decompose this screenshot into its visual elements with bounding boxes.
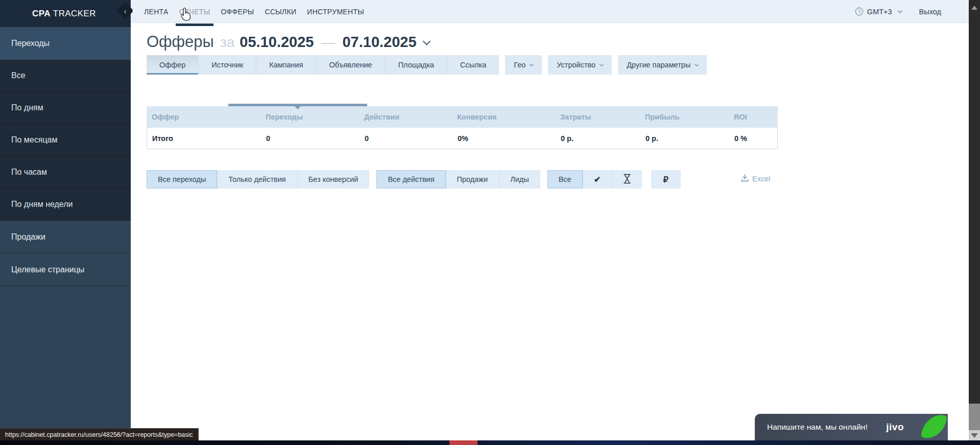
totals-roi: 0 %	[729, 134, 778, 143]
tab-link[interactable]: Ссылка	[447, 55, 499, 75]
excel-export-link[interactable]: Excel	[741, 174, 770, 183]
chat-widget[interactable]: Напишите нам, мы онлайн! jivo	[755, 414, 948, 440]
leaf-icon	[921, 412, 947, 441]
nav-item-links[interactable]: ССЫЛКИ	[265, 0, 296, 23]
sidebar-submenu: Все По дням По месяцам По часам По дням …	[0, 60, 131, 221]
totals-profit: 0 р.	[640, 134, 729, 143]
chevron-down-icon	[530, 62, 534, 66]
status-filter-group: Все ✔	[547, 170, 642, 189]
filter-pending-button[interactable]	[612, 170, 642, 189]
jivo-logo: jivo	[886, 421, 904, 433]
other-params-dropdown[interactable]: Другие параметры	[618, 55, 707, 75]
filter-approved-button[interactable]: ✔	[583, 170, 612, 189]
scroll-down-arrow-icon[interactable]	[969, 430, 980, 440]
sidebar-collapse-button[interactable]: ‹	[116, 2, 134, 19]
scrollbar-thumb[interactable]	[969, 404, 980, 430]
timezone-selector[interactable]: GMT+3	[867, 8, 892, 16]
dimension-tabs: Оффер Источник Кампания Объявление Площа…	[147, 55, 707, 75]
app-logo: CPA TRACKER	[0, 0, 131, 27]
tab-placement[interactable]: Площадка	[386, 55, 447, 75]
clock-icon	[855, 7, 864, 16]
app-window: CPA TRACKER ‹ Переходы Все По дням По ме…	[0, 0, 980, 445]
chat-message: Напишите нам, мы онлайн!	[767, 423, 868, 432]
table-totals-row: Итого 0 0 0% 0 р. 0 р. 0 %	[147, 128, 778, 149]
column-header-roi[interactable]: ROI	[729, 113, 778, 121]
tab-campaign[interactable]: Кампания	[256, 55, 316, 75]
report-title-row: Офферы за 05.10.2025 — 07.10.2025	[147, 33, 429, 51]
sidebar-item-label: Переходы	[11, 39, 50, 48]
filter-payout-button[interactable]: ₽	[651, 170, 681, 189]
logo-rest: TRACKER	[53, 9, 96, 19]
main-nav: ЛЕНТА ОТЧЕТЫ ОФФЕРЫ ССЫЛКИ ИНСТРУМЕНТЫ	[131, 0, 969, 23]
filter-all-actions[interactable]: Все действия	[376, 170, 445, 189]
other-params-dropdown-label: Другие параметры	[627, 61, 690, 69]
totals-transitions: 0	[261, 134, 360, 143]
totals-label: Итого	[147, 134, 261, 143]
filter-no-conversions[interactable]: Без конверсий	[297, 170, 370, 189]
date-to[interactable]: 07.10.2025	[342, 34, 416, 51]
tab-ad[interactable]: Объявление	[317, 55, 386, 75]
geo-dropdown[interactable]: Гео	[505, 55, 542, 75]
date-range-chevron-icon[interactable]	[422, 37, 431, 45]
column-header-costs[interactable]: Затраты	[555, 113, 640, 121]
status-url: https://cabinet.cpatracker.ru/users/4825…	[5, 431, 193, 438]
sort-indicator[interactable]	[228, 104, 367, 106]
tab-offer[interactable]: Оффер	[147, 55, 199, 75]
logout-link[interactable]: Выход	[919, 8, 941, 16]
device-dropdown-label: Устройство	[557, 61, 595, 69]
report-table: Оффер Переходы Действия Конверсия Затрат…	[147, 106, 778, 149]
date-from[interactable]: 05.10.2025	[240, 34, 314, 51]
sidebar-item-by-days[interactable]: По дням	[0, 92, 131, 124]
transitions-filter-group: Все переходы Только действия Без конверс…	[147, 170, 369, 189]
sidebar-item-sales[interactable]: Продажи	[0, 221, 131, 253]
filter-status-all[interactable]: Все	[547, 170, 583, 189]
filter-all-transitions[interactable]: Все переходы	[147, 170, 217, 189]
date-preposition: за	[220, 34, 234, 51]
sidebar-item-label: Целевые страницы	[11, 265, 84, 274]
actions-filter-group: Все действия Продажи Лиды	[376, 170, 540, 189]
ruble-icon: ₽	[663, 175, 668, 184]
header-right: GMT+3 Выход	[855, 0, 941, 23]
vertical-scrollbar[interactable]	[969, 0, 980, 445]
column-header-profit[interactable]: Прибыль	[640, 113, 729, 121]
column-header-transitions[interactable]: Переходы	[260, 113, 359, 121]
filter-leads[interactable]: Лиды	[499, 170, 540, 189]
sidebar-item-label: По часам	[11, 168, 47, 177]
scroll-up-arrow-icon[interactable]	[971, 3, 977, 10]
totals-actions: 0	[360, 134, 452, 143]
sidebar-item-label: По дням недели	[11, 200, 73, 209]
filter-bar: Все переходы Только действия Без конверс…	[147, 170, 681, 189]
hourglass-icon	[623, 174, 631, 185]
geo-dropdown-label: Гео	[514, 61, 525, 69]
column-header-offer[interactable]: Оффер	[147, 113, 260, 121]
sidebar-item-by-hours[interactable]: По часам	[0, 156, 131, 189]
top-header: ЛЕНТА ОТЧЕТЫ ОФФЕРЫ ССЫЛКИ ИНСТРУМЕНТЫ G…	[131, 0, 969, 23]
link-preview-statusbar: https://cabinet.cpatracker.ru/users/4825…	[0, 428, 199, 440]
logo-bold: CPA	[32, 9, 51, 19]
sidebar-item-label: По дням	[11, 103, 43, 112]
sidebar: CPA TRACKER ‹ Переходы Все По дням По ме…	[0, 0, 131, 445]
page-title: Офферы	[147, 33, 214, 51]
sidebar-item-transitions[interactable]: Переходы	[0, 27, 131, 60]
sidebar-item-landing-pages[interactable]: Целевые страницы	[0, 253, 131, 286]
column-header-conversion[interactable]: Конверсия	[452, 113, 555, 121]
device-dropdown[interactable]: Устройство	[548, 55, 612, 75]
sidebar-item-by-weekdays[interactable]: По дням недели	[0, 189, 131, 221]
nav-item-offers[interactable]: ОФФЕРЫ	[221, 0, 254, 23]
filter-sales[interactable]: Продажи	[446, 170, 499, 189]
tab-source[interactable]: Источник	[199, 55, 256, 75]
sidebar-item-by-months[interactable]: По месяцам	[0, 124, 131, 156]
dimension-tab-group: Оффер Источник Кампания Объявление Площа…	[147, 55, 499, 75]
nav-item-feed[interactable]: ЛЕНТА	[144, 0, 169, 23]
date-separator: —	[321, 34, 335, 51]
sidebar-item-label: Продажи	[11, 232, 45, 242]
totals-conversion: 0%	[452, 134, 556, 143]
nav-item-tools[interactable]: ИНСТРУМЕНТЫ	[307, 0, 364, 23]
table-header-row: Оффер Переходы Действия Конверсия Затрат…	[147, 106, 778, 128]
filter-only-actions[interactable]: Только действия	[217, 170, 297, 189]
column-header-actions[interactable]: Действия	[359, 113, 452, 121]
check-icon: ✔	[594, 175, 601, 184]
payout-filter-group: ₽	[649, 170, 681, 189]
totals-costs: 0 р.	[556, 134, 640, 143]
chevron-down-icon[interactable]	[897, 8, 902, 13]
